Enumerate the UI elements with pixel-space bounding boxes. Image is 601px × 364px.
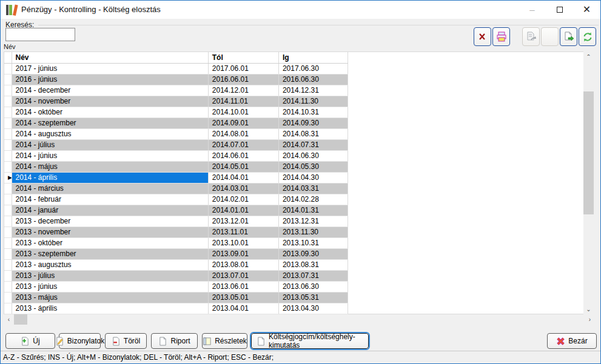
cell-tol[interactable]: 2014.08.01 [208,128,278,139]
cell-ig[interactable]: 2013.10.31 [278,237,348,248]
search-input[interactable] [5,28,75,41]
cell-tol[interactable]: 2013.08.01 [208,259,278,270]
close-window-button[interactable]: ✕ [573,1,600,18]
cell-nev[interactable]: 2013 - szeptember [12,248,208,259]
cell-tol[interactable]: 2017.06.01 [208,63,278,74]
table-row[interactable]: 2014 - február2014.02.012014.02.28 [4,194,348,205]
cell-tol[interactable]: 2014.10.01 [208,107,278,117]
cell-nev[interactable]: 2016 - június [12,74,208,85]
cell-nev[interactable]: 2013 - július [12,270,208,281]
table-row[interactable]: 2014 - június2014.06.012014.06.30 [4,150,348,161]
cell-ig[interactable]: 2014.03.31 [278,183,348,194]
cell-nev[interactable]: 2014 - április [12,172,208,183]
table-row[interactable]: 2013 - november2013.11.012013.11.30 [4,227,348,237]
cell-tol[interactable]: 2013.10.01 [208,237,278,248]
cell-ig[interactable]: 2017.06.30 [278,63,348,74]
print-button[interactable] [492,27,510,46]
cell-ig[interactable]: 2014.01.31 [278,205,348,216]
cell-ig[interactable]: 2013.06.30 [278,281,348,292]
table-row[interactable]: 2014 - augusztus2014.08.012014.08.31 [4,128,348,139]
cell-ig[interactable]: 2014.05.30 [278,161,348,172]
cell-nev[interactable]: 2014 - február [12,194,208,205]
cell-ig[interactable]: 2016.06.30 [278,74,348,85]
horizontal-scrollbar-thumb[interactable] [14,314,27,325]
cell-tol[interactable]: 2013.09.01 [208,248,278,259]
table-row[interactable]: 2013 - augusztus2013.08.012013.08.31 [4,259,348,270]
documents-button[interactable]: Bizonylatok [59,333,101,349]
cell-nev[interactable]: 2014 - november [12,96,208,107]
cell-ig[interactable]: 2014.10.31 [278,107,348,117]
cell-tol[interactable]: 2014.02.01 [208,194,278,205]
cell-nev[interactable]: 2014 - július [12,139,208,150]
cell-tol[interactable]: 2013.04.01 [208,303,278,314]
cell-tol[interactable]: 2013.12.01 [208,216,278,227]
cell-tol[interactable]: 2014.12.01 [208,85,278,96]
cell-nev[interactable]: 2013 - augusztus [12,259,208,270]
cell-tol[interactable]: 2014.11.01 [208,96,278,107]
column-header-ig[interactable]: Ig [278,52,348,63]
cell-nev[interactable]: 2013 - december [12,216,208,227]
cell-nev[interactable]: 2013 - október [12,237,208,248]
cell-tol[interactable]: 2013.05.01 [208,292,278,303]
cell-nev[interactable]: 2014 - március [12,183,208,194]
table-row[interactable]: 2013 - május2013.05.012013.05.31 [4,292,348,303]
table-row[interactable]: 2014 - október2014.10.012014.10.31 [4,107,348,117]
cell-ig[interactable]: 2014.08.31 [278,128,348,139]
table-row[interactable]: 2013 - október2013.10.012013.10.31 [4,237,348,248]
cell-tol[interactable]: 2014.07.01 [208,139,278,150]
cell-nev[interactable]: 2014 - június [12,150,208,161]
cost-statement-button[interactable]: Költségjogcím/költséghely-kimutatás [251,333,369,349]
scroll-right-icon[interactable]: › [585,314,595,325]
cell-tol[interactable]: 2013.06.01 [208,281,278,292]
cell-ig[interactable]: 2013.07.31 [278,270,348,281]
cell-nev[interactable]: 2014 - augusztus [12,128,208,139]
scroll-down-icon[interactable]: ⌄ [583,304,594,314]
table-row[interactable]: 2014 - november2014.11.012014.11.30 [4,96,348,107]
cell-ig[interactable]: 2013.12.31 [278,216,348,227]
table-row[interactable]: 2014 - január2014.01.012014.01.31 [4,205,348,216]
table-row[interactable]: 2014 - december2014.12.012014.12.31 [4,85,348,96]
column-header-tol[interactable]: Tól [208,52,278,63]
table-row[interactable]: 2014 - március2014.03.012014.03.31 [4,183,348,194]
cell-nev[interactable]: 2013 - november [12,227,208,237]
scroll-left-icon[interactable]: ‹ [4,314,14,325]
table-row[interactable]: 2013 - december2013.12.012013.12.31 [4,216,348,227]
cell-ig[interactable]: 2014.07.31 [278,139,348,150]
cell-nev[interactable]: 2014 - január [12,205,208,216]
close-button[interactable]: Bezár [547,333,597,349]
cell-nev[interactable]: 2014 - szeptember [12,117,208,128]
table-row[interactable]: 2014 - szeptember2014.09.012014.09.30 [4,117,348,128]
cell-nev[interactable]: 2013 - június [12,281,208,292]
cell-ig[interactable]: 2014.09.30 [278,117,348,128]
clear-filter-button[interactable] [474,27,491,46]
details-button[interactable]: Részletek [202,333,247,349]
new-button[interactable]: Új [5,333,55,349]
minimize-button[interactable]: – [519,1,546,18]
cell-ig[interactable]: 2013.04.30 [278,303,348,314]
cell-tol[interactable]: 2014.01.01 [208,205,278,216]
horizontal-scrollbar[interactable]: ‹ › [4,314,595,325]
table-row[interactable]: 2016 - június2016.06.012016.06.30 [4,74,348,85]
cell-nev[interactable]: 2013 - április [12,303,208,314]
column-header-nev[interactable]: Név [12,52,208,63]
cell-ig[interactable]: 2014.04.30 [278,172,348,183]
table-row[interactable]: 2013 - július2013.07.012013.07.31 [4,270,348,281]
table-row[interactable]: 2017 - június2017.06.012017.06.30 [4,63,348,74]
cell-nev[interactable]: 2017 - június [12,63,208,74]
cell-tol[interactable]: 2014.05.01 [208,161,278,172]
cell-ig[interactable]: 2013.08.31 [278,259,348,270]
vertical-scrollbar[interactable]: ⌃ ⌄ [583,51,594,314]
document-export-button[interactable] [560,27,577,46]
cell-ig[interactable]: 2013.09.30 [278,248,348,259]
table-row[interactable]: 2013 - április2013.04.012013.04.30 [4,303,348,314]
table-row[interactable]: 2013 - szeptember2013.09.012013.09.30 [4,248,348,259]
cell-nev[interactable]: 2013 - május [12,292,208,303]
table-row[interactable]: 2014 - július2014.07.012014.07.31 [4,139,348,150]
cell-tol[interactable]: 2016.06.01 [208,74,278,85]
cell-tol[interactable]: 2013.11.01 [208,227,278,237]
cell-tol[interactable]: 2014.06.01 [208,150,278,161]
report-button[interactable]: Riport [151,333,198,349]
cell-ig[interactable]: 2013.05.31 [278,292,348,303]
vertical-scrollbar-thumb[interactable] [583,91,594,214]
cell-nev[interactable]: 2014 - május [12,161,208,172]
